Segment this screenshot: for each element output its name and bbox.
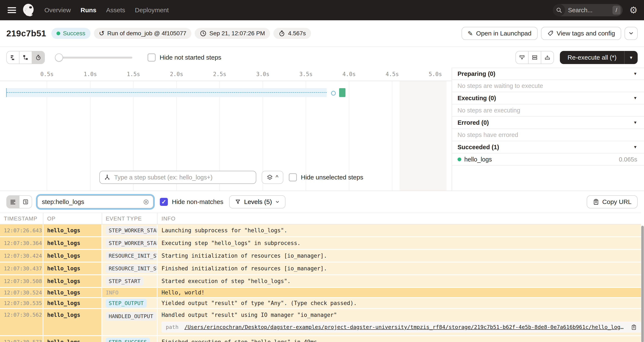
hide-not-started-checkbox[interactable] — [148, 54, 156, 62]
view-tags-config-button[interactable]: View tags and config — [541, 27, 621, 40]
axis-tick: 5.0s — [425, 71, 446, 77]
nav-deployment[interactable]: Deployment — [135, 6, 169, 14]
step-duration: 0.065s — [619, 156, 637, 163]
gantt-waterfall-view-button[interactable] — [20, 51, 32, 64]
log-row[interactable]: 12:07:30.437 hello_logs RESOURCE_INIT_SU… — [0, 262, 641, 274]
hide-unselected-checkbox[interactable] — [289, 173, 297, 181]
step-subset-input[interactable] — [114, 174, 252, 181]
log-row[interactable]: 12:07:30.562 hello_logs HANDLED_OUTPUT H… — [0, 309, 641, 335]
gear-icon[interactable]: ⚙ — [630, 6, 638, 15]
top-nav: Overview Runs Assets Deployment / ⚙ — [0, 0, 644, 20]
gantt-chart: 0.5s 1.0s 1.5s 2.0s 2.5s 3.0s 3.5s 4.0s … — [0, 68, 452, 191]
event-type-tag: STEP_SUCCESS — [106, 338, 150, 342]
step-name: hello_logs — [464, 156, 492, 163]
layers-icon — [266, 174, 273, 180]
gantt-flat-view-button[interactable] — [7, 51, 20, 64]
reexecute-all-button[interactable]: Re-execute all (*) — [560, 54, 624, 61]
collapse-caret: ^ — [276, 174, 278, 181]
log-row[interactable]: 12:07:30.424 hello_logs RESOURCE_INIT_ST… — [0, 250, 641, 262]
run-actions-chevron-button[interactable] — [624, 27, 638, 40]
op-selector-icon — [104, 174, 110, 180]
run-id-title: 219c7b51 — [6, 28, 46, 38]
log-raw-view-button[interactable] — [20, 196, 32, 208]
run-timestamp-pill: Sep 21, 12:07:26 PM — [195, 28, 270, 39]
nav-overview[interactable]: Overview — [44, 6, 71, 14]
log-filter-input-wrap: ⊗ — [37, 195, 154, 208]
step-subset-input-wrap — [99, 171, 256, 184]
col-timestamp: TIMESTAMP — [0, 213, 43, 224]
global-search[interactable]: / — [553, 4, 623, 16]
slider-thumb[interactable] — [55, 54, 63, 62]
open-in-launchpad-button[interactable]: ✎ Open in Launchpad — [462, 27, 538, 40]
reexecute-button-group: Re-execute all (*) ▾ — [560, 51, 638, 64]
hide-non-matches-control: ✓ Hide non-matches — [160, 198, 223, 206]
nav-assets[interactable]: Assets — [106, 6, 125, 14]
log-structured-view-button[interactable] — [7, 196, 20, 208]
run-of-pill[interactable]: ↺ Run of demo_job @ 4f105077 — [94, 28, 192, 39]
log-row[interactable]: 12:07:30.364 hello_logs STEP_WORKER_STAR… — [0, 237, 641, 249]
nav-runs[interactable]: Runs — [80, 6, 96, 14]
levels-dropdown-button[interactable]: Levels (5) — [229, 195, 286, 208]
dagster-logo-icon[interactable] — [22, 3, 36, 17]
event-type-tag: STEP_WORKER_STARTED — [106, 239, 158, 248]
col-op: OP — [43, 213, 102, 224]
log-row[interactable]: 12:07:30.573 hello_logs STEP_SUCCESS Fin… — [0, 336, 641, 342]
step-success-dot-icon — [458, 158, 461, 161]
hamburger-menu-icon[interactable] — [8, 7, 16, 13]
expand-up-button[interactable] — [541, 51, 554, 64]
log-row[interactable]: 12:07:26.643 hello_logs STEP_WORKER_STAR… — [0, 224, 641, 236]
succeeded-step-row[interactable]: hello_logs 0.065s — [452, 154, 644, 166]
funnel-icon — [235, 199, 241, 205]
output-path-box: path /Users/erincochran/Desktop/dagster-… — [162, 322, 641, 333]
col-event-type: EVENT TYPE — [102, 213, 158, 224]
hide-non-matches-checkbox[interactable]: ✓ — [160, 198, 168, 206]
gantt-timing-view-button[interactable] — [32, 51, 44, 64]
slider-track[interactable] — [55, 57, 132, 58]
split-view-button[interactable] — [528, 51, 541, 64]
panel-section-preparing[interactable]: Preparing (0)▼ — [452, 68, 644, 80]
log-toolbar: ⊗ ✓ Hide non-matches Levels (5) Copy URL — [0, 191, 644, 213]
step-subset-row: ^ Hide unselected steps — [99, 171, 363, 184]
caret-down-icon[interactable]: ▼ — [633, 120, 637, 125]
panel-section-errored[interactable]: Errored (0)▼ — [452, 117, 644, 129]
log-filter-input[interactable] — [42, 198, 143, 206]
log-scrollbar-thumb[interactable] — [641, 226, 644, 342]
gantt-waiting-bar — [6, 88, 327, 97]
hide-not-started-control: Hide not started steps — [148, 54, 221, 62]
caret-down-icon[interactable]: ▼ — [633, 96, 637, 100]
reexecute-caret-button[interactable]: ▾ — [624, 51, 638, 64]
status-dot-icon — [56, 32, 60, 35]
nav-links: Overview Runs Assets Deployment — [44, 6, 169, 14]
output-path-link[interactable]: /Users/erincochran/Desktop/dagster-examp… — [184, 324, 625, 330]
caret-down-icon[interactable]: ▼ — [633, 145, 637, 150]
log-row[interactable]: 12:07:30.535 hello_logs STEP_OUTPUT Yiel… — [0, 298, 641, 308]
gantt-start-marker-icon — [331, 91, 336, 96]
clear-filter-icon[interactable]: ⊗ — [143, 198, 149, 206]
step-layers-button[interactable]: ^ — [262, 171, 283, 184]
copy-url-button[interactable]: Copy URL — [587, 195, 638, 208]
axis-tick: 4.5s — [382, 71, 403, 77]
search-shortcut-badge: / — [612, 6, 620, 14]
log-row[interactable]: 12:07:30.524 hello_logs INFO Hello, worl… — [0, 288, 641, 297]
axis-tick: 0.5s — [36, 71, 58, 77]
gantt-after-run-shade — [400, 81, 446, 191]
collapse-down-button[interactable] — [516, 51, 528, 64]
dagster-run-page: Overview Runs Assets Deployment / ⚙ 219c… — [0, 0, 644, 342]
gantt-view-segment — [6, 51, 45, 64]
log-row[interactable]: 12:07:30.508 hello_logs STEP_START Start… — [0, 275, 641, 287]
clipboard-icon — [593, 199, 599, 205]
caret-down-icon[interactable]: ▼ — [633, 72, 637, 76]
copy-path-icon[interactable] — [631, 324, 637, 330]
panel-empty-executing: No steps are executing — [452, 104, 644, 117]
run-header-actions: ✎ Open in Launchpad View tags and config — [462, 27, 638, 40]
axis-tick: 3.0s — [252, 71, 273, 77]
gantt-toolbar: Hide not started steps Re-execute all (*… — [0, 47, 644, 68]
panel-section-succeeded[interactable]: Succeeded (1)▼ — [452, 141, 644, 154]
gantt-step-bar-hello-logs[interactable] — [339, 88, 346, 97]
split-panel-segment — [516, 51, 554, 64]
gantt-zoom-slider[interactable] — [55, 54, 132, 62]
search-input[interactable] — [565, 7, 612, 14]
panel-section-executing[interactable]: Executing (0)▼ — [452, 92, 644, 104]
log-table-header: TIMESTAMP OP EVENT TYPE INFO — [0, 213, 641, 224]
history-icon: ↺ — [99, 30, 105, 38]
